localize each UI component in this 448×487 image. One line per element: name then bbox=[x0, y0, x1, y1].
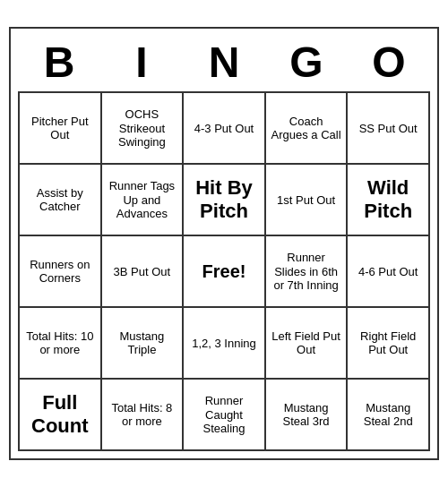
cell-r5c5[interactable]: Mustang Steal 2nd bbox=[348, 380, 430, 451]
cell-r1c1[interactable]: Pitcher Put Out bbox=[20, 93, 102, 165]
cell-r5c4[interactable]: Mustang Steal 3rd bbox=[266, 380, 349, 451]
bingo-card: B I N G O Pitcher Put OutOCHS Strikeout … bbox=[9, 27, 439, 461]
cell-r3c1[interactable]: Runners on Corners bbox=[20, 236, 102, 308]
cell-r5c2[interactable]: Total Hits: 8 or more bbox=[102, 380, 185, 451]
cell-r4c1[interactable]: Total Hits: 10 or more bbox=[20, 308, 102, 380]
cell-r4c5[interactable]: Right Field Put Out bbox=[348, 308, 430, 380]
cell-r4c2[interactable]: Mustang Triple bbox=[102, 308, 185, 380]
cell-r2c3[interactable]: Hit By Pitch bbox=[184, 165, 266, 236]
cell-r5c3[interactable]: Runner Caught Stealing bbox=[184, 380, 266, 451]
cell-r2c5[interactable]: Wild Pitch bbox=[348, 165, 430, 236]
bingo-grid: Pitcher Put OutOCHS Strikeout Swinging4-… bbox=[18, 91, 430, 451]
cell-r3c3[interactable]: Free! bbox=[184, 236, 266, 308]
letter-n: N bbox=[183, 36, 265, 90]
cell-r3c5[interactable]: 4-6 Put Out bbox=[348, 236, 430, 308]
cell-r1c5[interactable]: SS Put Out bbox=[348, 93, 430, 165]
cell-r3c2[interactable]: 3B Put Out bbox=[102, 236, 185, 308]
cell-r1c3[interactable]: 4-3 Put Out bbox=[184, 93, 266, 165]
cell-r2c2[interactable]: Runner Tags Up and Advances bbox=[102, 165, 185, 236]
cell-r3c4[interactable]: Runner Slides in 6th or 7th Inning bbox=[266, 236, 349, 308]
cell-r1c2[interactable]: OCHS Strikeout Swinging bbox=[102, 93, 185, 165]
cell-r1c4[interactable]: Coach Argues a Call bbox=[266, 93, 349, 165]
bingo-header: B I N G O bbox=[18, 36, 430, 90]
cell-r4c4[interactable]: Left Field Put Out bbox=[266, 308, 349, 380]
cell-r4c3[interactable]: 1,2, 3 Inning bbox=[184, 308, 266, 380]
letter-b: B bbox=[18, 36, 100, 90]
letter-g: G bbox=[265, 36, 348, 90]
letter-i: I bbox=[100, 36, 183, 90]
cell-r2c4[interactable]: 1st Put Out bbox=[266, 165, 349, 236]
letter-o: O bbox=[348, 36, 430, 90]
cell-r2c1[interactable]: Assist by Catcher bbox=[20, 165, 102, 236]
cell-r5c1[interactable]: Full Count bbox=[20, 380, 102, 451]
